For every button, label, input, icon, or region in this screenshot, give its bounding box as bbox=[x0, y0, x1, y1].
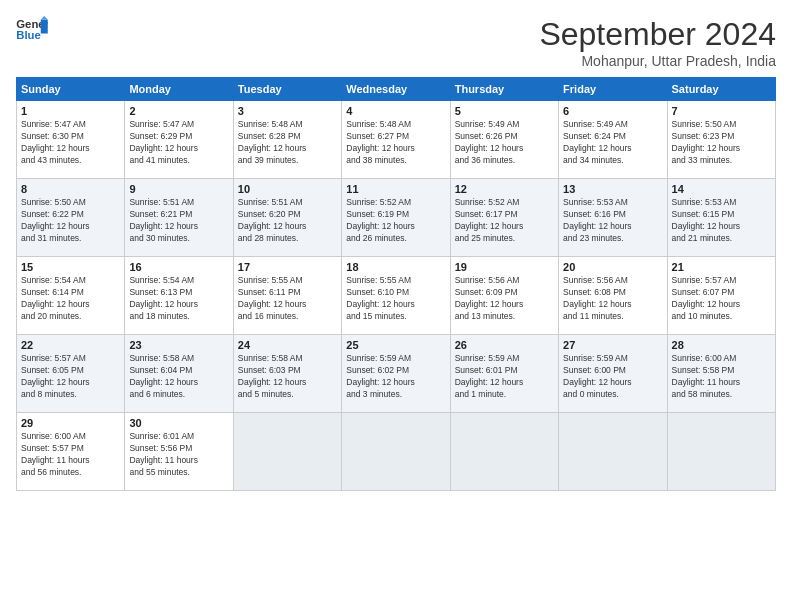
day-number: 12 bbox=[455, 183, 554, 195]
table-cell: 12Sunrise: 5:52 AMSunset: 6:17 PMDayligh… bbox=[450, 179, 558, 257]
day-info: Sunrise: 5:57 AMSunset: 6:07 PMDaylight:… bbox=[672, 275, 771, 323]
svg-marker-2 bbox=[41, 20, 48, 34]
table-cell: 24Sunrise: 5:58 AMSunset: 6:03 PMDayligh… bbox=[233, 335, 341, 413]
header-saturday: Saturday bbox=[667, 78, 775, 101]
table-cell: 20Sunrise: 5:56 AMSunset: 6:08 PMDayligh… bbox=[559, 257, 667, 335]
day-number: 6 bbox=[563, 105, 662, 117]
month-title: September 2024 bbox=[539, 16, 776, 53]
day-number: 24 bbox=[238, 339, 337, 351]
day-number: 13 bbox=[563, 183, 662, 195]
title-block: September 2024 Mohanpur, Uttar Pradesh, … bbox=[539, 16, 776, 69]
table-cell: 28Sunrise: 6:00 AMSunset: 5:58 PMDayligh… bbox=[667, 335, 775, 413]
day-info: Sunrise: 5:54 AMSunset: 6:14 PMDaylight:… bbox=[21, 275, 120, 323]
day-info: Sunrise: 6:00 AMSunset: 5:58 PMDaylight:… bbox=[672, 353, 771, 401]
table-cell: 29Sunrise: 6:00 AMSunset: 5:57 PMDayligh… bbox=[17, 413, 125, 491]
day-info: Sunrise: 5:48 AMSunset: 6:28 PMDaylight:… bbox=[238, 119, 337, 167]
day-number: 23 bbox=[129, 339, 228, 351]
day-number: 28 bbox=[672, 339, 771, 351]
day-info: Sunrise: 5:58 AMSunset: 6:03 PMDaylight:… bbox=[238, 353, 337, 401]
day-number: 9 bbox=[129, 183, 228, 195]
day-number: 26 bbox=[455, 339, 554, 351]
header-wednesday: Wednesday bbox=[342, 78, 450, 101]
table-cell: 21Sunrise: 5:57 AMSunset: 6:07 PMDayligh… bbox=[667, 257, 775, 335]
day-info: Sunrise: 5:59 AMSunset: 6:01 PMDaylight:… bbox=[455, 353, 554, 401]
day-info: Sunrise: 5:55 AMSunset: 6:10 PMDaylight:… bbox=[346, 275, 445, 323]
day-info: Sunrise: 5:49 AMSunset: 6:24 PMDaylight:… bbox=[563, 119, 662, 167]
table-cell: 8Sunrise: 5:50 AMSunset: 6:22 PMDaylight… bbox=[17, 179, 125, 257]
table-cell: 15Sunrise: 5:54 AMSunset: 6:14 PMDayligh… bbox=[17, 257, 125, 335]
table-cell: 7Sunrise: 5:50 AMSunset: 6:23 PMDaylight… bbox=[667, 101, 775, 179]
table-cell: 6Sunrise: 5:49 AMSunset: 6:24 PMDaylight… bbox=[559, 101, 667, 179]
table-cell: 18Sunrise: 5:55 AMSunset: 6:10 PMDayligh… bbox=[342, 257, 450, 335]
table-cell: 25Sunrise: 5:59 AMSunset: 6:02 PMDayligh… bbox=[342, 335, 450, 413]
table-cell: 1Sunrise: 5:47 AMSunset: 6:30 PMDaylight… bbox=[17, 101, 125, 179]
table-cell: 22Sunrise: 5:57 AMSunset: 6:05 PMDayligh… bbox=[17, 335, 125, 413]
table-cell bbox=[559, 413, 667, 491]
table-cell: 5Sunrise: 5:49 AMSunset: 6:26 PMDaylight… bbox=[450, 101, 558, 179]
day-number: 16 bbox=[129, 261, 228, 273]
day-info: Sunrise: 5:56 AMSunset: 6:09 PMDaylight:… bbox=[455, 275, 554, 323]
day-info: Sunrise: 5:52 AMSunset: 6:17 PMDaylight:… bbox=[455, 197, 554, 245]
day-info: Sunrise: 5:47 AMSunset: 6:29 PMDaylight:… bbox=[129, 119, 228, 167]
day-number: 20 bbox=[563, 261, 662, 273]
day-info: Sunrise: 5:49 AMSunset: 6:26 PMDaylight:… bbox=[455, 119, 554, 167]
table-cell: 16Sunrise: 5:54 AMSunset: 6:13 PMDayligh… bbox=[125, 257, 233, 335]
table-cell: 23Sunrise: 5:58 AMSunset: 6:04 PMDayligh… bbox=[125, 335, 233, 413]
table-cell: 14Sunrise: 5:53 AMSunset: 6:15 PMDayligh… bbox=[667, 179, 775, 257]
day-number: 2 bbox=[129, 105, 228, 117]
day-number: 22 bbox=[21, 339, 120, 351]
table-cell: 10Sunrise: 5:51 AMSunset: 6:20 PMDayligh… bbox=[233, 179, 341, 257]
header-tuesday: Tuesday bbox=[233, 78, 341, 101]
day-info: Sunrise: 5:53 AMSunset: 6:15 PMDaylight:… bbox=[672, 197, 771, 245]
day-number: 15 bbox=[21, 261, 120, 273]
day-number: 30 bbox=[129, 417, 228, 429]
table-cell: 27Sunrise: 5:59 AMSunset: 6:00 PMDayligh… bbox=[559, 335, 667, 413]
location: Mohanpur, Uttar Pradesh, India bbox=[539, 53, 776, 69]
table-cell bbox=[342, 413, 450, 491]
day-info: Sunrise: 5:59 AMSunset: 6:02 PMDaylight:… bbox=[346, 353, 445, 401]
day-info: Sunrise: 5:47 AMSunset: 6:30 PMDaylight:… bbox=[21, 119, 120, 167]
day-number: 4 bbox=[346, 105, 445, 117]
day-number: 25 bbox=[346, 339, 445, 351]
header-sunday: Sunday bbox=[17, 78, 125, 101]
table-cell bbox=[233, 413, 341, 491]
day-number: 29 bbox=[21, 417, 120, 429]
table-cell: 13Sunrise: 5:53 AMSunset: 6:16 PMDayligh… bbox=[559, 179, 667, 257]
day-info: Sunrise: 5:50 AMSunset: 6:23 PMDaylight:… bbox=[672, 119, 771, 167]
table-cell: 19Sunrise: 5:56 AMSunset: 6:09 PMDayligh… bbox=[450, 257, 558, 335]
table-cell: 3Sunrise: 5:48 AMSunset: 6:28 PMDaylight… bbox=[233, 101, 341, 179]
table-cell: 4Sunrise: 5:48 AMSunset: 6:27 PMDaylight… bbox=[342, 101, 450, 179]
day-info: Sunrise: 5:50 AMSunset: 6:22 PMDaylight:… bbox=[21, 197, 120, 245]
day-number: 8 bbox=[21, 183, 120, 195]
table-cell: 26Sunrise: 5:59 AMSunset: 6:01 PMDayligh… bbox=[450, 335, 558, 413]
table-cell bbox=[667, 413, 775, 491]
logo: General Blue bbox=[16, 16, 48, 44]
day-number: 3 bbox=[238, 105, 337, 117]
day-number: 11 bbox=[346, 183, 445, 195]
header-thursday: Thursday bbox=[450, 78, 558, 101]
day-number: 10 bbox=[238, 183, 337, 195]
table-cell: 2Sunrise: 5:47 AMSunset: 6:29 PMDaylight… bbox=[125, 101, 233, 179]
svg-text:Blue: Blue bbox=[16, 29, 41, 41]
day-number: 19 bbox=[455, 261, 554, 273]
day-info: Sunrise: 6:00 AMSunset: 5:57 PMDaylight:… bbox=[21, 431, 120, 479]
day-number: 17 bbox=[238, 261, 337, 273]
table-cell: 11Sunrise: 5:52 AMSunset: 6:19 PMDayligh… bbox=[342, 179, 450, 257]
day-number: 18 bbox=[346, 261, 445, 273]
table-cell: 30Sunrise: 6:01 AMSunset: 5:56 PMDayligh… bbox=[125, 413, 233, 491]
day-info: Sunrise: 5:56 AMSunset: 6:08 PMDaylight:… bbox=[563, 275, 662, 323]
calendar-table: Sunday Monday Tuesday Wednesday Thursday… bbox=[16, 77, 776, 491]
table-cell bbox=[450, 413, 558, 491]
header-friday: Friday bbox=[559, 78, 667, 101]
day-info: Sunrise: 5:52 AMSunset: 6:19 PMDaylight:… bbox=[346, 197, 445, 245]
day-info: Sunrise: 5:57 AMSunset: 6:05 PMDaylight:… bbox=[21, 353, 120, 401]
day-number: 7 bbox=[672, 105, 771, 117]
page-header: General Blue September 2024 Mohanpur, Ut… bbox=[16, 16, 776, 69]
day-info: Sunrise: 5:53 AMSunset: 6:16 PMDaylight:… bbox=[563, 197, 662, 245]
header-monday: Monday bbox=[125, 78, 233, 101]
table-cell: 9Sunrise: 5:51 AMSunset: 6:21 PMDaylight… bbox=[125, 179, 233, 257]
day-info: Sunrise: 5:54 AMSunset: 6:13 PMDaylight:… bbox=[129, 275, 228, 323]
day-info: Sunrise: 6:01 AMSunset: 5:56 PMDaylight:… bbox=[129, 431, 228, 479]
day-number: 5 bbox=[455, 105, 554, 117]
day-info: Sunrise: 5:59 AMSunset: 6:00 PMDaylight:… bbox=[563, 353, 662, 401]
